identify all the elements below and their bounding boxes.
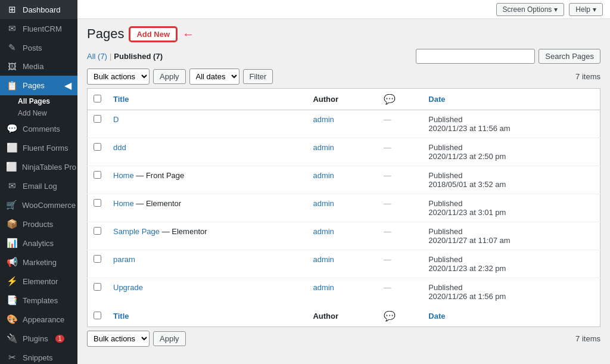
bulk-actions-select-bottom[interactable]: Bulk actions bbox=[87, 331, 150, 347]
row-checkbox-cell bbox=[88, 110, 108, 138]
row-comments-cell: — bbox=[378, 138, 423, 166]
sidebar-item-fluent-forms[interactable]: ⬜ Fluent Forms bbox=[0, 138, 77, 157]
sidebar-item-woocommerce[interactable]: 🛒 WooCommerce bbox=[0, 195, 77, 214]
page-title-link[interactable]: D bbox=[113, 115, 119, 124]
filter-tabs: All (7) | Published (7) bbox=[87, 52, 163, 61]
page-title-link[interactable]: param bbox=[113, 255, 135, 264]
items-count-top: 7 items bbox=[575, 72, 600, 81]
table-row: param admin — Published2020/11/23 at 2:3… bbox=[88, 250, 600, 278]
row-checkbox[interactable] bbox=[94, 227, 101, 235]
filter-tab-all[interactable]: All (7) bbox=[87, 52, 107, 61]
row-checkbox[interactable] bbox=[94, 171, 101, 179]
page-header: Pages Add New ← bbox=[87, 26, 600, 42]
bottom-toolbar-left: Bulk actions Apply bbox=[87, 331, 186, 347]
fluentcrm-icon: ✉ bbox=[6, 23, 18, 34]
author-link[interactable]: admin bbox=[313, 115, 334, 124]
table-footer-row: Title Author 💬 Date bbox=[88, 306, 600, 327]
page-title-link[interactable]: Home bbox=[113, 171, 134, 180]
sidebar-item-pages[interactable]: 📋 Pages ◀ bbox=[0, 76, 77, 95]
row-date-cell: Published2020/11/27 at 11:07 am bbox=[422, 222, 600, 250]
search-pages-button[interactable]: Search Pages bbox=[539, 49, 600, 64]
author-footer-header: Author bbox=[307, 306, 377, 327]
title-footer-header[interactable]: Title bbox=[107, 306, 307, 327]
sidebar-item-elementor[interactable]: ⚡ Elementor bbox=[0, 272, 77, 291]
row-comments-cell: — bbox=[378, 194, 423, 222]
apply-button-bottom[interactable]: Apply bbox=[153, 331, 186, 346]
author-link[interactable]: admin bbox=[313, 255, 334, 264]
sidebar-item-analytics[interactable]: 📊 Analytics bbox=[0, 234, 77, 253]
comments-icon: 💬 bbox=[6, 123, 18, 134]
add-new-button[interactable]: Add New bbox=[130, 27, 176, 41]
select-all-footer-checkbox[interactable] bbox=[94, 312, 101, 319]
author-link[interactable]: admin bbox=[313, 283, 334, 292]
ninja-tables-icon: ⬜ bbox=[6, 161, 17, 172]
row-author-cell: admin bbox=[307, 166, 377, 194]
sidebar-item-snippets[interactable]: ✂ Snippets bbox=[0, 348, 77, 364]
woocommerce-icon: 🛒 bbox=[6, 200, 17, 210]
author-link[interactable]: admin bbox=[313, 143, 334, 152]
page-title-link[interactable]: Home bbox=[113, 199, 134, 208]
toolbar-left: Bulk actions Apply All dates Filter bbox=[87, 69, 273, 85]
row-checkbox[interactable] bbox=[94, 115, 101, 123]
all-dates-select[interactable]: All dates bbox=[189, 69, 239, 85]
search-input[interactable] bbox=[416, 49, 535, 64]
main-content: Screen Options ▾ Help ▾ Pages Add New ← … bbox=[77, 0, 610, 364]
row-date-cell: Published2020/11/23 at 2:50 pm bbox=[422, 138, 600, 166]
sidebar-item-label: Appearance bbox=[23, 315, 64, 324]
filter-tab-published[interactable]: Published (7) bbox=[114, 52, 163, 61]
table-row: Home — Elementor admin — Published2020/1… bbox=[88, 194, 600, 222]
sidebar-item-templates[interactable]: 📑 Templates bbox=[0, 291, 77, 310]
sidebar-item-comments[interactable]: 💬 Comments bbox=[0, 119, 77, 138]
table-row: D admin — Published2020/11/23 at 11:56 a… bbox=[88, 110, 600, 138]
row-title-cell: Upgrade bbox=[107, 278, 307, 306]
filter-button[interactable]: Filter bbox=[243, 69, 273, 84]
help-button[interactable]: Help ▾ bbox=[569, 3, 603, 16]
author-link[interactable]: admin bbox=[313, 171, 334, 180]
sidebar-item-marketing[interactable]: 📢 Marketing bbox=[0, 253, 77, 272]
sidebar-sub-add-new[interactable]: Add New bbox=[0, 107, 77, 119]
page-title-link[interactable]: ddd bbox=[113, 143, 126, 152]
page-title-suffix: — Elementor bbox=[162, 227, 207, 236]
apply-button-top[interactable]: Apply bbox=[153, 69, 186, 84]
sidebar-item-label: Email Log bbox=[23, 182, 57, 191]
sidebar-item-fluentcrm[interactable]: ✉ FluentCRM bbox=[0, 19, 77, 38]
sidebar-item-posts[interactable]: ✎ Posts bbox=[0, 38, 77, 57]
sidebar-sub-all-pages[interactable]: All Pages bbox=[0, 95, 77, 107]
sidebar-item-label: Products bbox=[23, 220, 53, 229]
appearance-icon: 🎨 bbox=[6, 314, 18, 325]
page-title-link[interactable]: Upgrade bbox=[113, 283, 143, 292]
table-row: Upgrade admin — Published2020/11/26 at 1… bbox=[88, 278, 600, 306]
date-footer-header[interactable]: Date bbox=[422, 306, 600, 327]
table-row: ddd admin — Published2020/11/23 at 2:50 … bbox=[88, 138, 600, 166]
page-title-link[interactable]: Sample Page bbox=[113, 227, 160, 236]
row-title-cell: Home — Front Page bbox=[107, 166, 307, 194]
sidebar-item-label: Posts bbox=[23, 43, 42, 52]
sidebar-item-label: Pages bbox=[23, 81, 45, 90]
row-comments-cell: — bbox=[378, 222, 423, 250]
sidebar-item-ninja-tables[interactable]: ⬜ NinjaTables Pro bbox=[0, 157, 77, 176]
elementor-icon: ⚡ bbox=[6, 276, 18, 287]
row-checkbox[interactable] bbox=[94, 143, 101, 151]
author-link[interactable]: admin bbox=[313, 199, 334, 208]
author-link[interactable]: admin bbox=[313, 227, 334, 236]
row-checkbox[interactable] bbox=[94, 199, 101, 207]
sidebar-item-dashboard[interactable]: ⊞ Dashboard bbox=[0, 0, 77, 19]
sidebar-item-products[interactable]: 📦 Products bbox=[0, 214, 77, 234]
row-checkbox[interactable] bbox=[94, 255, 101, 263]
comments-column-header: 💬 bbox=[378, 89, 423, 110]
sidebar-item-plugins[interactable]: 🔌 Plugins 1 bbox=[0, 329, 77, 348]
help-label: Help bbox=[575, 5, 590, 14]
row-title-cell: ddd bbox=[107, 138, 307, 166]
filter-search: Search Pages bbox=[416, 49, 600, 64]
sidebar-item-media[interactable]: 🖼 Media bbox=[0, 57, 77, 76]
select-all-checkbox[interactable] bbox=[94, 95, 101, 102]
marketing-icon: 📢 bbox=[6, 257, 18, 267]
date-column-header[interactable]: Date bbox=[422, 89, 600, 110]
row-author-cell: admin bbox=[307, 278, 377, 306]
screen-options-button[interactable]: Screen Options ▾ bbox=[496, 3, 565, 16]
row-checkbox[interactable] bbox=[94, 283, 101, 291]
sidebar-item-email-log[interactable]: ✉ Email Log bbox=[0, 176, 77, 195]
bulk-actions-select[interactable]: Bulk actions bbox=[87, 69, 150, 85]
sidebar-item-appearance[interactable]: 🎨 Appearance bbox=[0, 310, 77, 329]
title-column-header[interactable]: Title bbox=[107, 89, 307, 110]
